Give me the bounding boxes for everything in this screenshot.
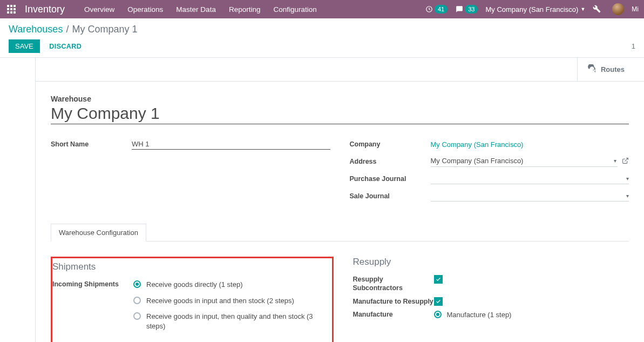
warehouse-name-input[interactable]: My Company 1 xyxy=(51,104,629,124)
svg-rect-8 xyxy=(13,11,16,14)
shipments-section-highlight: Shipments Incoming Shipments Receive goo… xyxy=(51,257,334,342)
shipments-title: Shipments xyxy=(52,261,329,272)
activity-count: 41 xyxy=(435,5,448,14)
svg-rect-7 xyxy=(10,11,12,14)
incoming-option-1[interactable]: Receive goods directly (1 step) xyxy=(133,280,329,290)
menu-overview[interactable]: Overview xyxy=(84,5,114,14)
chevron-down-icon: ▼ xyxy=(580,6,585,12)
app-brand[interactable]: Inventory xyxy=(25,4,65,15)
tab-bar: Warehouse Configuration xyxy=(51,224,629,242)
routes-label: Routes xyxy=(601,65,625,73)
breadcrumb-root[interactable]: Warehouses xyxy=(9,24,63,35)
main-menu: Overview Operations Master Data Reportin… xyxy=(84,5,317,14)
apps-icon[interactable] xyxy=(5,3,17,15)
short-name-input[interactable] xyxy=(132,139,330,150)
incoming-option-3-label: Receive goods in input, then quality and… xyxy=(146,312,329,331)
main-area: Routes Warehouse My Company 1 Short Name… xyxy=(0,58,644,342)
menu-configuration[interactable]: Configuration xyxy=(273,5,316,14)
address-label: Address xyxy=(350,158,431,165)
save-button[interactable]: SAVE xyxy=(9,39,40,53)
sale-journal-select[interactable]: ▾ xyxy=(431,191,629,202)
left-gutter xyxy=(0,58,36,342)
clock-icon xyxy=(425,5,433,14)
message-count: 33 xyxy=(465,5,478,14)
manufacture-option-1[interactable]: Manufacture (1 step) xyxy=(434,310,629,320)
svg-rect-4 xyxy=(10,8,12,10)
incoming-option-3[interactable]: Receive goods in input, then quality and… xyxy=(133,312,329,331)
breadcrumb: Warehouses / My Company 1 xyxy=(9,24,635,35)
svg-rect-6 xyxy=(7,11,9,14)
svg-rect-2 xyxy=(13,5,16,7)
user-avatar[interactable] xyxy=(612,3,624,15)
address-value: My Company (San Francisco) xyxy=(431,157,524,165)
refresh-icon xyxy=(587,64,596,75)
resupply-title: Resupply xyxy=(353,257,629,267)
sale-journal-label: Sale Journal xyxy=(350,192,431,200)
tab-warehouse-configuration[interactable]: Warehouse Configuration xyxy=(51,224,146,242)
manufacture-option-1-label: Manufacture (1 step) xyxy=(447,310,512,320)
tab-content: Shipments Incoming Shipments Receive goo… xyxy=(51,242,629,342)
developer-tools-icon[interactable] xyxy=(593,5,601,14)
incoming-option-2-label: Receive goods in input and then stock (2… xyxy=(146,296,294,306)
svg-rect-0 xyxy=(7,5,9,7)
address-select[interactable]: My Company (San Francisco) ▾ xyxy=(431,156,618,167)
radio-icon xyxy=(133,280,141,288)
resupply-subcontractors-label: Resupply Subcontractors xyxy=(353,275,434,293)
chevron-down-icon: ▾ xyxy=(626,193,629,199)
stat-button-bar: Routes xyxy=(36,58,644,82)
purchase-journal-label: Purchase Journal xyxy=(350,175,431,183)
incoming-shipments-label: Incoming Shipments xyxy=(52,280,133,337)
radio-icon xyxy=(434,311,442,318)
chevron-down-icon: ▾ xyxy=(626,176,629,182)
purchase-journal-select[interactable]: ▾ xyxy=(431,173,629,184)
svg-rect-5 xyxy=(13,8,16,10)
company-value[interactable]: My Company (San Francisco) xyxy=(431,140,524,149)
routes-button[interactable]: Routes xyxy=(577,58,633,81)
manufacture-to-resupply-label: Manufacture to Resupply xyxy=(353,297,434,306)
svg-rect-1 xyxy=(10,5,12,7)
radio-icon xyxy=(133,312,141,320)
chevron-down-icon: ▾ xyxy=(614,158,616,164)
manufacture-label: Manufacture xyxy=(353,310,434,326)
menu-master-data[interactable]: Master Data xyxy=(176,5,216,14)
messaging-indicator[interactable]: 33 xyxy=(455,5,478,14)
resupply-section: Resupply Resupply Subcontractors Manufac… xyxy=(353,257,629,342)
activity-indicator[interactable]: 41 xyxy=(425,5,448,14)
manufacture-to-resupply-checkbox[interactable] xyxy=(434,297,443,306)
discard-button[interactable]: DISCARD xyxy=(49,43,82,50)
svg-rect-3 xyxy=(7,8,9,10)
control-panel: Warehouses / My Company 1 SAVE DISCARD 1 xyxy=(0,18,644,58)
breadcrumb-separator: / xyxy=(66,24,69,35)
user-short: Mi xyxy=(632,5,639,13)
incoming-option-2[interactable]: Receive goods in input and then stock (2… xyxy=(133,296,329,306)
incoming-option-1-label: Receive goods directly (1 step) xyxy=(146,280,242,290)
resupply-subcontractors-checkbox[interactable] xyxy=(434,275,443,284)
company-label: Company xyxy=(350,140,431,148)
short-name-label: Short Name xyxy=(51,140,132,148)
external-link-icon[interactable] xyxy=(622,157,629,166)
radio-icon xyxy=(133,297,141,304)
company-name: My Company (San Francisco) xyxy=(485,5,578,14)
menu-reporting[interactable]: Reporting xyxy=(229,5,261,14)
company-switcher[interactable]: My Company (San Francisco) ▼ xyxy=(485,5,585,14)
breadcrumb-current: My Company 1 xyxy=(72,24,137,35)
chat-icon xyxy=(455,5,464,14)
record-counter: 1 xyxy=(632,42,635,50)
form-wrapper: Routes Warehouse My Company 1 Short Name… xyxy=(36,58,644,342)
main-navbar: Inventory Overview Operations Master Dat… xyxy=(0,0,644,18)
warehouse-field-label: Warehouse xyxy=(51,95,629,103)
menu-operations[interactable]: Operations xyxy=(127,5,163,14)
form-sheet: Warehouse My Company 1 Short Name Compan… xyxy=(36,82,644,342)
